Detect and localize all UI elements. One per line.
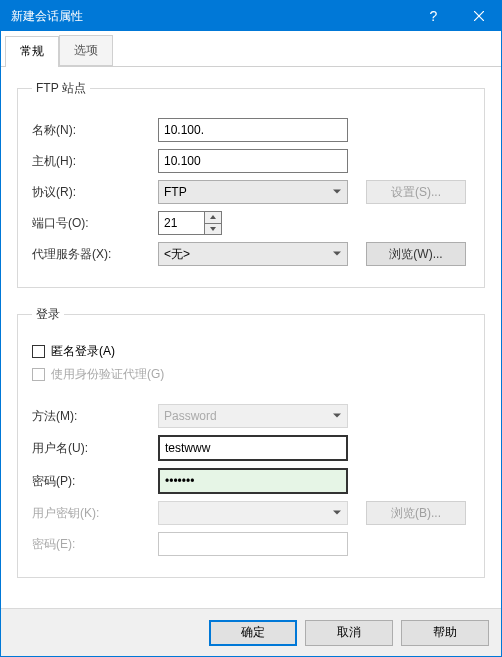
ok-button[interactable]: 确定 <box>209 620 297 646</box>
content-area: FTP 站点 名称(N): 主机(H): 协议(R): FTP <box>1 66 501 608</box>
cancel-button[interactable]: 取消 <box>305 620 393 646</box>
ident-label: 使用身份验证代理(G) <box>51 366 164 383</box>
username-input[interactable] <box>158 435 348 461</box>
anon-checkbox-row[interactable]: 匿名登录(A) <box>32 343 470 360</box>
host-input[interactable] <box>158 149 348 173</box>
keyfile-label: 用户密钥(K): <box>32 505 158 522</box>
keypass-input <box>158 532 348 556</box>
close-button[interactable] <box>456 1 501 31</box>
svg-marker-2 <box>210 215 216 219</box>
ident-checkbox <box>32 368 45 381</box>
login-legend: 登录 <box>32 306 64 323</box>
anon-checkbox[interactable] <box>32 345 45 358</box>
method-label: 方法(M): <box>32 408 158 425</box>
spin-up-icon[interactable] <box>204 211 222 224</box>
proxy-label: 代理服务器(X): <box>32 246 158 263</box>
tab-general[interactable]: 常规 <box>5 36 59 67</box>
port-spinner[interactable] <box>204 211 222 235</box>
name-input[interactable] <box>158 118 348 142</box>
ftp-site-legend: FTP 站点 <box>32 80 90 97</box>
svg-marker-3 <box>210 227 216 231</box>
port-label: 端口号(O): <box>32 215 158 232</box>
port-input[interactable] <box>158 211 204 235</box>
login-group: 登录 匿名登录(A) 使用身份验证代理(G) 方法(M): Password <box>17 306 485 578</box>
protocol-label: 协议(R): <box>32 184 158 201</box>
proxy-select[interactable]: <无> <box>158 242 348 266</box>
help-footer-button[interactable]: 帮助 <box>401 620 489 646</box>
method-select: Password <box>158 404 348 428</box>
name-label: 名称(N): <box>32 122 158 139</box>
pass-label: 密码(P): <box>32 473 158 490</box>
titlebar: 新建会话属性 ? <box>1 1 501 31</box>
tab-strip: 常规 选项 <box>1 31 501 67</box>
anon-label: 匿名登录(A) <box>51 343 115 360</box>
window-title: 新建会话属性 <box>11 8 411 25</box>
user-label: 用户名(U): <box>32 440 158 457</box>
keypass-label: 密码(E): <box>32 536 158 553</box>
help-button[interactable]: ? <box>411 1 456 31</box>
spin-down-icon[interactable] <box>204 224 222 236</box>
footer: 确定 取消 帮助 <box>1 608 501 656</box>
ftp-site-group: FTP 站点 名称(N): 主机(H): 协议(R): FTP <box>17 80 485 288</box>
dialog-window: 新建会话属性 ? 常规 选项 FTP 站点 名称(N): 主机(H): 协议(R… <box>0 0 502 657</box>
host-label: 主机(H): <box>32 153 158 170</box>
password-input[interactable] <box>158 468 348 494</box>
protocol-select[interactable]: FTP <box>158 180 348 204</box>
tab-options[interactable]: 选项 <box>59 35 113 66</box>
keyfile-browse-button: 浏览(B)... <box>366 501 466 525</box>
keyfile-select <box>158 501 348 525</box>
ident-checkbox-row: 使用身份验证代理(G) <box>32 366 470 383</box>
proxy-browse-button[interactable]: 浏览(W)... <box>366 242 466 266</box>
settings-button[interactable]: 设置(S)... <box>366 180 466 204</box>
